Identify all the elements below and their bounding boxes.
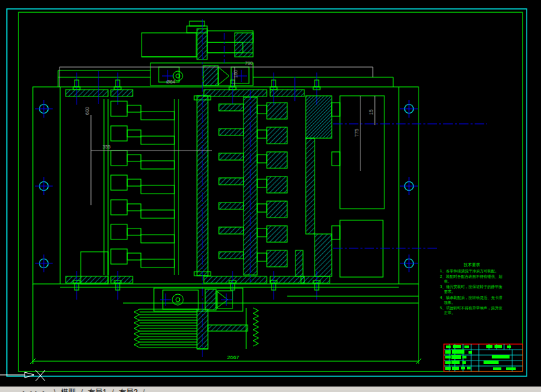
cad-viewport[interactable]: 2667 790 Ø64 160 600 355 775 15: [0, 0, 541, 392]
dim-bearing-height: 160: [233, 70, 238, 78]
dim-overall-width-text: 2667: [227, 354, 239, 361]
tab-layout2[interactable]: 布局2: [118, 388, 137, 392]
note-item: 1、各零件须清洗干净后方可装配。: [440, 269, 504, 274]
layout-tab-bar: ◄◄►► \ 模型 / 布局1 / 布局2 /: [0, 387, 541, 392]
dim-chamber-top: 15: [369, 109, 373, 115]
note-item: 3、锤片安装时，应保证转子的静平衡要求。: [440, 285, 504, 294]
breaker-plate: [295, 96, 340, 276]
tab-layout1[interactable]: 布局1: [88, 388, 107, 392]
technical-notes: 技术要求 1、各零件须清洗干净后方可装配。 2、装配时各配合表面不得有碰伤、划痕…: [440, 262, 504, 316]
title-block: [444, 344, 523, 371]
ucs-icon: [0, 372, 34, 378]
tab-model[interactable]: 模型: [61, 388, 76, 392]
lower-bearing-assembly: [60, 287, 419, 311]
machine-drawing: 2667: [30, 19, 487, 364]
notes-title: 技术要求: [440, 262, 504, 267]
tab-nav-buttons[interactable]: ◄◄►►: [19, 389, 49, 392]
note-item: 2、装配时各配合表面不得有碰伤、划痕。: [440, 274, 504, 284]
hammer-assembly: [104, 99, 179, 275]
dim-left-height: 600: [85, 107, 90, 115]
vbelt-pulley: [134, 308, 259, 349]
dim-top-width: 790: [245, 61, 253, 66]
drawing-canvas[interactable]: 2667 790 Ø64 160 600 355 775 15: [0, 0, 541, 387]
note-item: 4、轴承装配后，应转动灵活、无卡滞现象。: [440, 296, 504, 305]
dim-hammer-span: 355: [103, 144, 111, 149]
upper-bearing-assembly: [58, 33, 253, 87]
note-item: 5、试运转时不得有异常噪声，温升应正常。: [440, 306, 504, 315]
rotor-assembly: [219, 90, 287, 282]
title-block-text-marks: [445, 345, 516, 370]
dim-chamber-height: 775: [354, 129, 359, 137]
dim-shaft-dia: Ø64: [166, 79, 175, 84]
